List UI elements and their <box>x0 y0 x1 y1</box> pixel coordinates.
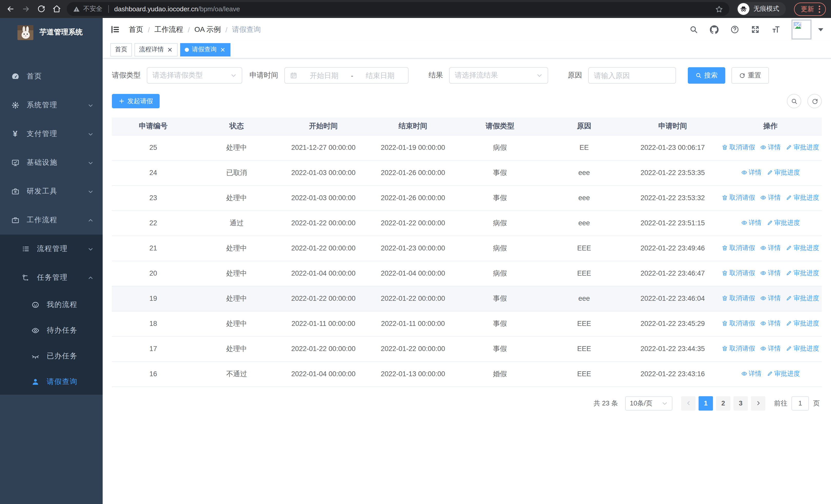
create-leave-button[interactable]: 发起请假 <box>112 94 160 108</box>
toggle-search-icon[interactable] <box>787 94 801 108</box>
detail-action[interactable]: 详情 <box>760 194 781 202</box>
back-icon[interactable] <box>5 4 16 14</box>
tab-home[interactable]: 首页 <box>110 43 132 56</box>
detail-action[interactable]: 详情 <box>741 369 762 378</box>
next-page-icon[interactable] <box>751 396 765 410</box>
prev-page-icon[interactable] <box>681 396 695 410</box>
sidebar-item-done-tasks[interactable]: 已办任务 <box>0 343 103 369</box>
page-button-1[interactable]: 1 <box>698 396 713 410</box>
tab-process-detail[interactable]: 流程详情 <box>135 43 178 56</box>
sidebar-item-payment[interactable]: ¥ 支付管理 <box>0 120 103 148</box>
cancel-leave-action[interactable]: 取消请假 <box>722 345 755 353</box>
avatar[interactable] <box>792 20 811 39</box>
breadcrumb-item[interactable]: OA 示例 <box>195 25 221 34</box>
start-time-cell: 2022-01-03 00:00:00 <box>279 160 368 185</box>
app-logo-row[interactable]: 芋道管理系统 <box>0 18 103 47</box>
goto-page-input[interactable] <box>792 396 809 410</box>
detail-action[interactable]: 详情 <box>760 244 781 253</box>
refresh-icon[interactable] <box>807 94 822 108</box>
cancel-leave-action[interactable]: 取消请假 <box>722 319 755 328</box>
github-icon[interactable] <box>709 25 719 34</box>
sidebar-item-my-process[interactable]: 我的流程 <box>0 292 103 318</box>
detail-action[interactable]: 详情 <box>760 294 781 303</box>
status-cell: 处理中 <box>195 286 279 311</box>
close-icon[interactable] <box>167 47 173 53</box>
bookmark-star-icon[interactable] <box>715 5 723 13</box>
sidebar-item-todo-tasks[interactable]: 待办任务 <box>0 318 103 343</box>
cancel-leave-action[interactable]: 取消请假 <box>722 294 755 303</box>
approval-progress-action[interactable]: 审批进度 <box>767 168 800 177</box>
close-icon[interactable] <box>220 47 226 53</box>
reload-icon[interactable] <box>36 4 46 14</box>
approval-progress-action[interactable]: 审批进度 <box>786 294 819 303</box>
approval-progress-action[interactable]: 审批进度 <box>786 244 819 253</box>
help-icon[interactable] <box>730 25 740 34</box>
detail-action[interactable]: 详情 <box>760 345 781 353</box>
breadcrumb: 首页 / 工作流程 / OA 示例 / 请假查询 <box>129 25 261 34</box>
approval-progress-action[interactable]: 审批进度 <box>767 219 800 227</box>
list-tree-icon <box>21 244 30 253</box>
url-path: /bpm/oa/leave <box>198 5 240 13</box>
leave-type-cell: 事假 <box>458 286 542 311</box>
sidebar-item-workflow[interactable]: 工作流程 <box>0 206 103 235</box>
approval-progress-action[interactable]: 审批进度 <box>786 269 819 278</box>
approval-progress-action[interactable]: 审批进度 <box>786 345 819 353</box>
page-button-2[interactable]: 2 <box>716 396 730 410</box>
home-icon[interactable] <box>51 4 62 14</box>
sidebar-item-leave-query[interactable]: 请假查询 <box>0 369 103 395</box>
detail-action[interactable]: 详情 <box>760 269 781 278</box>
detail-action[interactable]: 详情 <box>741 168 762 177</box>
approval-progress-action[interactable]: 审批进度 <box>786 319 819 328</box>
sidebar-toggle-icon[interactable] <box>110 24 121 35</box>
sidebar-menu: 首页 系统管理 ¥ 支付管理 <box>0 47 103 395</box>
sidebar-item-label: 系统管理 <box>27 100 88 110</box>
tab-leave-query[interactable]: 请假查询 <box>180 43 230 56</box>
sidebar-item-infra[interactable]: 基础设施 <box>0 148 103 177</box>
end-time-cell: 2022-01-04 00:00:00 <box>368 261 458 286</box>
forward-icon[interactable] <box>21 4 31 14</box>
page-button-3[interactable]: 3 <box>734 396 748 410</box>
cancel-leave-action[interactable]: 取消请假 <box>722 143 755 152</box>
fullscreen-icon[interactable] <box>750 25 760 34</box>
eye-icon <box>741 220 747 226</box>
approval-progress-action[interactable]: 审批进度 <box>767 369 800 378</box>
apply-time-range-picker[interactable]: - <box>284 67 408 84</box>
approval-progress-action[interactable]: 审批进度 <box>786 194 819 202</box>
detail-action[interactable]: 详情 <box>741 219 762 227</box>
kebab-menu-icon[interactable] <box>819 5 821 12</box>
eye-icon <box>760 321 766 327</box>
reset-button[interactable]: 重置 <box>732 67 769 84</box>
sidebar-item-process-mgmt[interactable]: 流程管理 <box>0 235 103 263</box>
search-icon[interactable] <box>689 25 698 34</box>
page-size-select[interactable]: 10条/页 <box>625 396 672 410</box>
cancel-leave-action[interactable]: 取消请假 <box>722 194 755 202</box>
url-bar[interactable]: 不安全 dashboard.yudao.iocoder.cn/bpm/oa/le… <box>67 2 729 16</box>
avatar-caret-icon[interactable] <box>818 28 823 31</box>
sidebar-item-system[interactable]: 系统管理 <box>0 91 103 120</box>
detail-action[interactable]: 详情 <box>760 319 781 328</box>
leave-type-label: 请假类型 <box>112 71 141 80</box>
search-button[interactable]: 搜索 <box>688 67 725 84</box>
pen-icon <box>786 145 792 151</box>
end-date-input[interactable] <box>357 71 403 80</box>
chevron-down-icon <box>536 72 543 79</box>
sidebar-item-devtools[interactable]: 研发工具 <box>0 177 103 206</box>
result-select[interactable]: 请选择流结果 <box>449 67 548 84</box>
breadcrumb-item[interactable]: 工作流程 <box>154 25 183 34</box>
sidebar-item-task-mgmt[interactable]: 任务管理 <box>0 263 103 292</box>
cancel-leave-action[interactable]: 取消请假 <box>722 269 755 278</box>
breadcrumb-item[interactable]: 首页 <box>129 25 143 34</box>
font-size-icon[interactable] <box>771 25 781 34</box>
security-warning-icon[interactable] <box>73 5 80 12</box>
start-date-input[interactable] <box>301 71 347 80</box>
approval-progress-action[interactable]: 审批进度 <box>786 143 819 152</box>
sidebar-item-home[interactable]: 首页 <box>0 62 103 91</box>
cancel-leave-action[interactable]: 取消请假 <box>722 244 755 253</box>
browser-menu[interactable]: 更新 <box>794 2 826 16</box>
leave-type-select[interactable]: 请选择请假类型 <box>147 67 242 84</box>
detail-action[interactable]: 详情 <box>760 143 781 152</box>
pen-icon <box>767 220 773 226</box>
incognito-badge: 无痕模式 <box>737 2 786 16</box>
reason-input[interactable] <box>594 71 670 80</box>
update-button[interactable]: 更新 <box>801 4 814 13</box>
